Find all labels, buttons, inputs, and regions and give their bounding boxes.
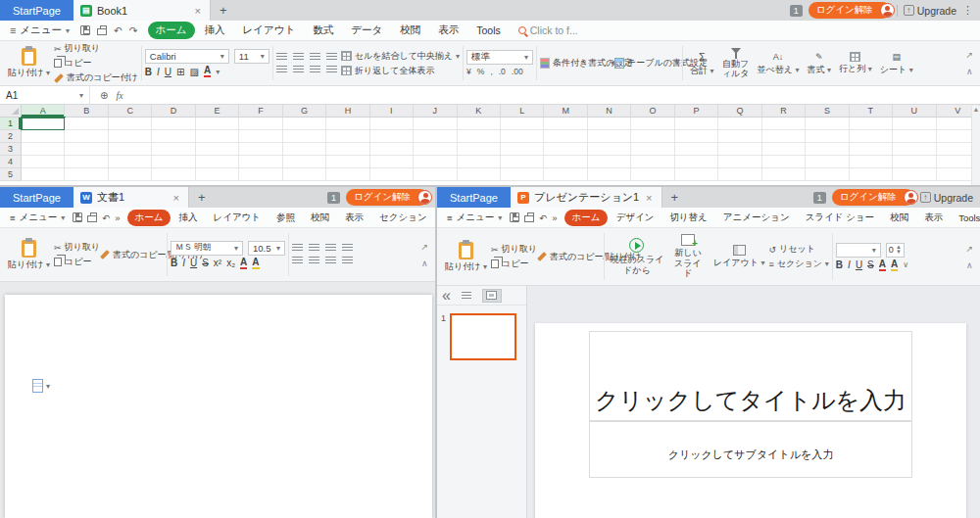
highlight-button[interactable]: A bbox=[252, 258, 259, 269]
align-bottom-icon[interactable] bbox=[310, 53, 320, 62]
cell-A4[interactable] bbox=[22, 156, 65, 168]
font-size-stepper[interactable]: 0 ▲▼ bbox=[886, 243, 905, 258]
ribbon-tab[interactable]: ホーム bbox=[127, 210, 172, 226]
currency-icon[interactable]: ¥ bbox=[466, 67, 471, 76]
format-painter-button[interactable]: 書式のコピー/貼り付け bbox=[537, 230, 601, 283]
cell-B2[interactable] bbox=[65, 130, 108, 143]
ribbon-tab[interactable]: スライド ショー bbox=[798, 210, 882, 226]
conditional-format-button[interactable]: 条件付き書式の設定 ▾ bbox=[540, 43, 614, 83]
notification-badge[interactable]: 1 bbox=[790, 5, 803, 17]
cell-E3[interactable] bbox=[196, 143, 239, 156]
share-icon[interactable]: ↗ bbox=[965, 244, 973, 254]
cell-E5[interactable] bbox=[196, 168, 239, 181]
tab-startpage[interactable]: StartPage bbox=[437, 187, 511, 208]
cell-T2[interactable] bbox=[850, 130, 893, 143]
column-header[interactable]: Q bbox=[718, 105, 761, 117]
rows-columns-button[interactable]: 行と列 ▾ bbox=[835, 43, 876, 83]
cell-S4[interactable] bbox=[806, 156, 849, 168]
document-page[interactable]: ▾ bbox=[5, 295, 432, 518]
cell-B4[interactable] bbox=[65, 156, 108, 168]
new-tab-button[interactable]: + bbox=[189, 187, 215, 208]
cell-J1[interactable] bbox=[414, 118, 457, 130]
tab-book1[interactable]: ▤ Book1 × bbox=[74, 0, 211, 21]
cell-A1[interactable] bbox=[22, 118, 65, 130]
undo-icon[interactable]: ↶ bbox=[114, 24, 122, 36]
ribbon-tab[interactable]: 表示 bbox=[916, 210, 951, 226]
share-icon[interactable]: ↗ bbox=[420, 242, 428, 252]
column-header[interactable]: E bbox=[196, 105, 239, 117]
copy-button[interactable]: コピー bbox=[54, 57, 138, 70]
ribbon-tab[interactable]: アニメーション bbox=[715, 210, 798, 226]
new-slide-button[interactable]: 新しいスライド bbox=[666, 230, 710, 283]
formula-input[interactable] bbox=[133, 86, 980, 104]
cell-M5[interactable] bbox=[544, 168, 587, 181]
cell-I3[interactable] bbox=[370, 143, 414, 156]
cell-I4[interactable] bbox=[370, 156, 414, 168]
row-header[interactable]: 3 bbox=[0, 143, 22, 156]
cell-J3[interactable] bbox=[414, 143, 457, 156]
cell-O5[interactable] bbox=[631, 168, 674, 181]
column-header[interactable]: U bbox=[893, 105, 936, 117]
cell-C1[interactable] bbox=[109, 118, 152, 130]
redo-icon[interactable]: ↷ bbox=[129, 24, 138, 36]
ribbon-tab[interactable]: 切り替え bbox=[662, 210, 714, 226]
login-button[interactable]: ログイン解除 bbox=[346, 189, 428, 206]
scroll-up-icon[interactable]: ▲ bbox=[973, 106, 980, 113]
save-icon[interactable] bbox=[73, 212, 82, 222]
cell-F4[interactable] bbox=[239, 156, 282, 168]
cell-G4[interactable] bbox=[283, 156, 326, 168]
cell-P1[interactable] bbox=[675, 118, 718, 130]
ribbon-tab[interactable]: 数式 bbox=[305, 22, 341, 39]
share-icon[interactable]: ↗ bbox=[965, 50, 973, 60]
cell-G3[interactable] bbox=[283, 143, 326, 156]
cell-O4[interactable] bbox=[631, 156, 674, 168]
cell-O2[interactable] bbox=[631, 130, 674, 143]
search-box[interactable]: Click to f... bbox=[518, 24, 578, 36]
save-icon[interactable] bbox=[80, 25, 90, 35]
row-header[interactable]: 1 bbox=[0, 118, 22, 130]
cut-button[interactable]: ✂切り取り bbox=[54, 42, 138, 55]
cell-L3[interactable] bbox=[501, 143, 544, 156]
cell-C2[interactable] bbox=[109, 130, 152, 143]
cell-K2[interactable] bbox=[458, 130, 501, 143]
chevron-down-icon[interactable]: ▾ bbox=[216, 68, 220, 76]
column-header[interactable]: B bbox=[65, 105, 108, 117]
cell-L4[interactable] bbox=[501, 156, 544, 168]
ribbon-tab[interactable]: デザイン bbox=[608, 210, 662, 226]
cell-J5[interactable] bbox=[414, 168, 457, 181]
wrap-text-button[interactable]: 折り返して全体表示 bbox=[341, 65, 460, 77]
column-header[interactable]: I bbox=[370, 105, 414, 117]
bold-button[interactable]: B bbox=[145, 67, 152, 77]
align-right-icon[interactable] bbox=[310, 66, 320, 74]
cell-L1[interactable] bbox=[501, 118, 544, 130]
cell-F3[interactable] bbox=[239, 143, 282, 156]
align-center-icon[interactable] bbox=[293, 66, 304, 74]
cell-P3[interactable] bbox=[675, 143, 718, 156]
strikethrough-button[interactable]: S bbox=[867, 259, 874, 270]
upgrade-button[interactable]: ↑ Upgrade bbox=[904, 5, 956, 17]
cell-A5[interactable] bbox=[22, 168, 65, 181]
cell-T1[interactable] bbox=[850, 118, 893, 130]
cell-A2[interactable] bbox=[22, 130, 65, 143]
cell-G2[interactable] bbox=[283, 130, 326, 143]
cell-H2[interactable] bbox=[326, 130, 369, 143]
cell-U2[interactable] bbox=[893, 130, 936, 143]
bold-button[interactable]: B bbox=[836, 259, 843, 270]
underline-button[interactable]: U bbox=[856, 259, 862, 270]
cell-F5[interactable] bbox=[239, 168, 282, 181]
ribbon-tab[interactable]: 表示 bbox=[430, 22, 466, 39]
cell-B5[interactable] bbox=[65, 168, 108, 181]
cell-D4[interactable] bbox=[152, 156, 195, 168]
overflow-chevron-icon[interactable]: » bbox=[552, 212, 557, 223]
cell-L2[interactable] bbox=[501, 130, 544, 143]
embedded-object-widget[interactable]: ▾ bbox=[32, 379, 50, 393]
chevron-down-icon[interactable]: ▾ bbox=[46, 382, 50, 391]
column-header[interactable]: G bbox=[283, 105, 326, 117]
cell-D3[interactable] bbox=[152, 143, 195, 156]
column-header[interactable]: K bbox=[458, 105, 501, 117]
ribbon-tab[interactable]: レイアウト bbox=[235, 22, 304, 39]
cell-G1[interactable] bbox=[283, 118, 326, 130]
cell-D2[interactable] bbox=[152, 130, 195, 143]
menu-button[interactable]: ≡ メニュー ▾ bbox=[5, 24, 74, 37]
column-header[interactable]: J bbox=[414, 105, 457, 117]
